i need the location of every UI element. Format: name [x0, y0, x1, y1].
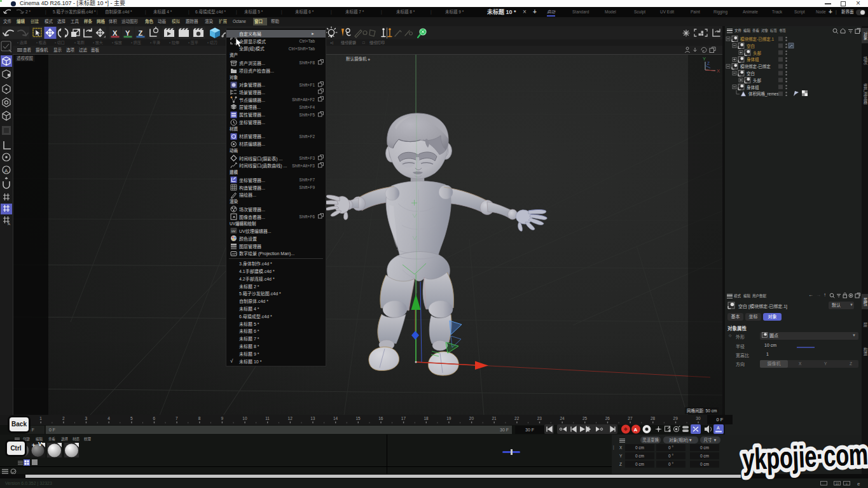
svg-text:13: 13 [310, 416, 315, 421]
svg-text:6: 6 [153, 416, 155, 421]
svg-text:头部: 头部 [753, 78, 762, 83]
svg-text:5: 5 [130, 416, 133, 421]
svg-text:身体组: 身体组 [747, 85, 759, 90]
svg-text:7: 7 [176, 416, 178, 421]
svg-text:21: 21 [492, 416, 497, 421]
svg-text:A: A [717, 426, 720, 430]
svg-text:29: 29 [673, 416, 679, 421]
svg-text:27: 27 [628, 416, 633, 421]
svg-text:16: 16 [378, 416, 383, 421]
svg-text:身体组: 身体组 [747, 57, 759, 62]
svg-text:1: 1 [39, 416, 42, 421]
svg-text:X: X [113, 29, 118, 37]
svg-text:Y: Y [125, 29, 130, 37]
svg-text:9: 9 [221, 416, 223, 421]
svg-text:空白: 空白 [747, 71, 755, 76]
svg-text:25: 25 [582, 416, 588, 421]
svg-text:uv: uv [231, 229, 235, 233]
svg-text:10: 10 [242, 416, 247, 421]
svg-text:3: 3 [85, 416, 87, 421]
svg-text:4: 4 [107, 416, 110, 421]
svg-text:Z: Z [707, 61, 710, 66]
svg-text:26: 26 [605, 416, 610, 421]
svg-text:模块绑定-已绑定.1: 模块绑定-已绑定.1 [740, 36, 774, 42]
svg-text:15: 15 [355, 416, 361, 421]
svg-text:8: 8 [198, 416, 201, 421]
svg-text:18: 18 [424, 416, 429, 421]
svg-text:空白: 空白 [747, 43, 755, 49]
svg-text:Z: Z [139, 29, 143, 37]
svg-text:20: 20 [469, 416, 474, 421]
svg-text:头部: 头部 [753, 50, 762, 56]
svg-text:23: 23 [537, 416, 542, 421]
svg-text:X: X [717, 68, 720, 74]
svg-text:11: 11 [265, 416, 270, 421]
svg-text:12: 12 [288, 416, 293, 421]
svg-text:模块绑定-已绑定: 模块绑定-已绑定 [740, 64, 771, 69]
svg-text:体积网格_remesh: 体积网格_remesh [748, 91, 782, 97]
svg-text:28: 28 [651, 416, 656, 421]
svg-text:2: 2 [62, 416, 65, 421]
svg-text:14: 14 [333, 416, 338, 421]
svg-text:30: 30 [696, 416, 701, 421]
svg-text:ykpojie·com: ykpojie·com [742, 437, 868, 476]
svg-text:A: A [8, 222, 10, 226]
svg-text:17: 17 [401, 416, 406, 421]
svg-text:A: A [4, 168, 8, 174]
svg-text:19: 19 [446, 416, 451, 421]
svg-text:Y: Y [703, 56, 706, 62]
svg-text:A: A [634, 427, 638, 433]
svg-text:24: 24 [560, 416, 565, 421]
svg-text:22: 22 [514, 416, 520, 421]
